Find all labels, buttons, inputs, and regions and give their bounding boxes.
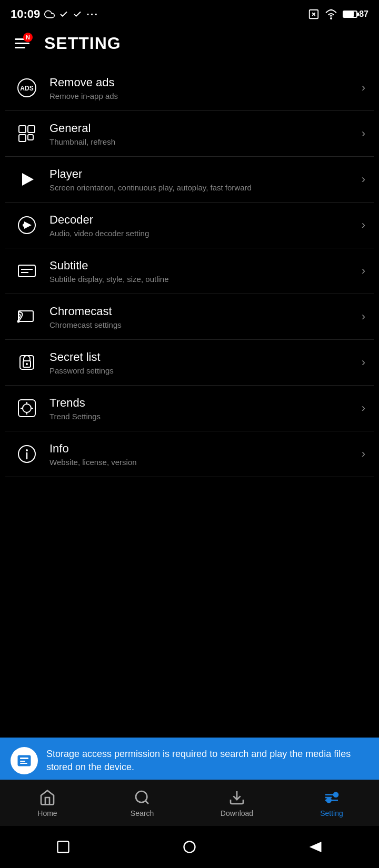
svg-point-17 <box>17 320 20 323</box>
ads-icon: ADS <box>14 75 40 101</box>
bottom-nav: Home Search Download Setting <box>0 780 379 826</box>
android-home-button[interactable] <box>55 839 71 855</box>
svg-rect-7 <box>19 135 26 142</box>
svg-point-42 <box>327 798 331 802</box>
settings-list: ADS Remove ads Remove in-app ads › Gener… <box>0 65 379 477</box>
svg-point-20 <box>26 363 28 365</box>
home-icon <box>39 789 56 806</box>
setting-item-general[interactable]: General Thumbnail, refresh › <box>5 111 374 157</box>
chevron-right-icon: › <box>362 218 365 232</box>
setting-icon <box>323 789 340 806</box>
status-right: 87 <box>308 8 368 21</box>
svg-rect-43 <box>58 842 69 853</box>
decoder-icon <box>14 212 40 238</box>
trends-icon <box>14 395 40 421</box>
setting-text-decoder: Decoder Audio, video decoder setting <box>49 213 352 238</box>
setting-text-chromecast: Chromecast Chromecast settings <box>49 305 352 329</box>
setting-text-info: Info Website, license, version <box>49 442 352 467</box>
check-icon-2 <box>73 9 82 19</box>
svg-marker-9 <box>22 173 34 186</box>
storage-banner-text: Storage access permission is required to… <box>46 748 368 774</box>
secret-icon <box>14 349 40 376</box>
setting-text-subtitle: Subtitle Subtitle display, style, size, … <box>49 259 352 284</box>
chevron-right-icon: › <box>362 447 365 461</box>
setting-item-remove-ads[interactable]: ADS Remove ads Remove in-app ads › <box>5 65 374 111</box>
wifi-icon <box>325 8 337 21</box>
nav-item-download[interactable]: Download <box>190 789 284 817</box>
svg-rect-13 <box>18 265 35 277</box>
info-icon <box>14 441 40 467</box>
nav-item-search[interactable]: Search <box>95 789 190 817</box>
storage-banner: Storage access permission is required to… <box>0 738 379 784</box>
chevron-right-icon: › <box>362 356 365 369</box>
svg-rect-8 <box>28 135 33 140</box>
status-bar: 10:09 ··· 87 <box>0 0 379 26</box>
setting-item-secret-list[interactable]: Secret list Password settings › <box>5 340 374 386</box>
setting-text-player: Player Screen orientation, continuous pl… <box>49 167 352 192</box>
svg-line-36 <box>145 801 148 804</box>
header: N SETTING <box>0 26 379 65</box>
svg-point-35 <box>136 791 147 802</box>
menu-button[interactable]: N <box>11 32 34 55</box>
svg-point-44 <box>184 842 195 853</box>
setting-item-info[interactable]: Info Website, license, version › <box>5 431 374 477</box>
subtitle-icon <box>14 258 40 284</box>
setting-text-secret-list: Secret list Password settings <box>49 350 352 375</box>
chevron-right-icon: › <box>362 81 365 95</box>
chevron-right-icon: › <box>362 127 365 140</box>
svg-marker-45 <box>311 843 321 851</box>
svg-rect-33 <box>20 761 25 762</box>
more-dots: ··· <box>86 8 98 21</box>
setting-label: Setting <box>320 809 343 817</box>
svg-rect-6 <box>28 126 35 133</box>
general-icon <box>14 120 40 147</box>
setting-text-trends: Trends Trend Settings <box>49 396 352 421</box>
setting-item-subtitle[interactable]: Subtitle Subtitle display, style, size, … <box>5 248 374 294</box>
download-icon <box>228 789 245 806</box>
player-icon <box>14 166 40 193</box>
search-label: Search <box>131 809 154 817</box>
page-title: SETTING <box>44 34 121 53</box>
android-nav <box>0 826 379 868</box>
android-back-button[interactable] <box>308 839 324 855</box>
setting-item-trends[interactable]: Trends Trend Settings › <box>5 386 374 431</box>
chevron-right-icon: › <box>362 173 365 186</box>
svg-point-41 <box>334 792 338 796</box>
setting-item-decoder[interactable]: Decoder Audio, video decoder setting › <box>5 203 374 248</box>
download-label: Download <box>221 809 253 817</box>
chevron-right-icon: › <box>362 310 365 324</box>
battery-indicator: 87 <box>343 9 368 19</box>
storage-icon <box>11 747 38 774</box>
home-label: Home <box>37 809 57 817</box>
svg-point-12 <box>23 224 26 227</box>
svg-text:ADS: ADS <box>20 85 33 92</box>
check-icon-1 <box>59 9 68 19</box>
setting-item-chromecast[interactable]: Chromecast Chromecast settings › <box>5 294 374 340</box>
notification-badge: N <box>23 33 33 42</box>
nav-item-setting[interactable]: Setting <box>284 789 379 817</box>
svg-point-29 <box>26 449 28 451</box>
chromecast-icon <box>14 304 40 330</box>
x-icon <box>308 8 320 20</box>
android-circle-button[interactable] <box>182 839 197 855</box>
svg-rect-34 <box>20 763 27 764</box>
time-display: 10:09 <box>11 7 40 21</box>
setting-text-general: General Thumbnail, refresh <box>49 122 352 146</box>
setting-text-remove-ads: Remove ads Remove in-app ads <box>49 76 352 100</box>
search-icon <box>134 789 151 806</box>
nav-item-home[interactable]: Home <box>0 789 95 817</box>
cloud-icon <box>44 9 55 19</box>
setting-item-player[interactable]: Player Screen orientation, continuous pl… <box>5 157 374 203</box>
svg-rect-5 <box>19 126 26 133</box>
chevron-right-icon: › <box>362 401 365 415</box>
svg-point-22 <box>23 404 31 412</box>
chevron-right-icon: › <box>362 264 365 278</box>
status-left: 10:09 ··· <box>11 7 98 21</box>
svg-rect-32 <box>20 758 28 759</box>
